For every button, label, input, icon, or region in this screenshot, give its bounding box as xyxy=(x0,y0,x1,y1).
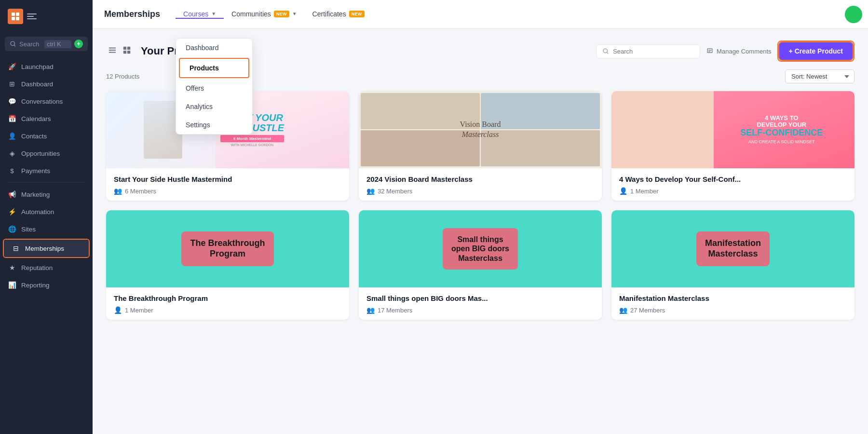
sort-select[interactable]: Sort: Newest Sort: Oldest Sort: Alphabet… xyxy=(785,69,854,83)
svg-rect-10 xyxy=(123,51,126,54)
sidebar-item-label: Opportunities xyxy=(21,150,60,157)
card-title-1: 2024 Vision Board Masterclass xyxy=(366,175,594,183)
calendar-icon: 📅 xyxy=(8,114,16,123)
chat-icon: 💬 xyxy=(8,97,16,106)
courses-tab-wrapper: Courses ▼ Dashboard Products Offers Anal… xyxy=(176,10,224,19)
dropdown-item-offers[interactable]: Offers xyxy=(176,79,252,97)
sidebar-item-label: Marketing xyxy=(21,191,50,198)
sidebar-item-memberships-wrapper: ⊟ Memberships xyxy=(3,239,90,258)
logo-icon xyxy=(8,9,23,24)
sidebar-item-payments[interactable]: $ Payments xyxy=(0,162,93,179)
search-placeholder: Search xyxy=(19,41,41,48)
members-icon-3: 👤 xyxy=(114,306,122,314)
card-image-4: Small thingsopen BIG doorsMasterclass xyxy=(359,210,602,287)
sidebar-item-label: Calendars xyxy=(21,115,51,122)
sidebar-divider xyxy=(8,182,85,183)
reputation-icon: ★ xyxy=(8,263,16,272)
product-card-5[interactable]: ManifestationMasterclass Manifestation M… xyxy=(611,210,854,320)
tab-certificates[interactable]: Certificates New xyxy=(305,0,372,28)
product-card-3[interactable]: The BreakthroughProgram The Breakthrough… xyxy=(106,210,349,320)
chevron-down-icon: ▼ xyxy=(211,11,216,16)
create-product-button[interactable]: + Create Product xyxy=(779,42,853,60)
search-input[interactable] xyxy=(613,48,694,55)
svg-rect-6 xyxy=(109,50,116,51)
sidebar-item-dashboard[interactable]: ⊞ Dashboard xyxy=(0,75,93,93)
card-members-0: 👥 6 Members xyxy=(114,187,341,195)
svg-rect-1 xyxy=(16,13,19,16)
sidebar-item-memberships[interactable]: ⊟ Memberships xyxy=(4,240,89,257)
card-members-3: 👤 1 Member xyxy=(114,306,341,314)
sidebar-item-label: Contacts xyxy=(21,133,47,140)
svg-rect-8 xyxy=(123,47,126,50)
product-card-1[interactable]: Vision BoardMasterclass 2024 Vision Boar… xyxy=(359,91,602,201)
dropdown-item-products[interactable]: Products xyxy=(180,59,248,77)
main-area: Memberships Courses ▼ Dashboard Products… xyxy=(93,0,868,434)
sidebar-item-label: Payments xyxy=(21,167,50,175)
members-icon-1: 👥 xyxy=(366,187,375,195)
reporting-icon: 📊 xyxy=(8,281,16,289)
sidebar-item-conversations[interactable]: 💬 Conversations xyxy=(0,93,93,110)
sidebar-item-reputation[interactable]: ★ Reputation xyxy=(0,259,93,276)
avatar[interactable] xyxy=(845,6,862,23)
sidebar-item-launchpad[interactable]: 🚀 Launchpad xyxy=(0,58,93,75)
card-body-5: Manifestation Masterclass 👥 27 Members xyxy=(611,287,854,320)
tab-courses[interactable]: Courses ▼ xyxy=(176,10,224,19)
card-image-3: The BreakthroughProgram xyxy=(106,210,349,287)
members-count-5: 27 Members xyxy=(630,307,665,314)
svg-rect-5 xyxy=(109,48,116,49)
sidebar-item-calendars[interactable]: 📅 Calendars xyxy=(0,110,93,127)
automation-icon: ⚡ xyxy=(8,207,16,216)
card-image-2: 4 WAYS TODEVELOP YOURSELF-CONFIDENCEAnd … xyxy=(611,91,854,168)
page-title: Memberships xyxy=(104,9,160,19)
sidebar-item-label: Launchpad xyxy=(21,63,54,70)
svg-rect-2 xyxy=(12,17,15,20)
members-count-1: 32 Members xyxy=(378,188,412,195)
card-image-5: ManifestationMasterclass xyxy=(611,210,854,287)
search-add-icon[interactable]: + xyxy=(74,40,83,48)
card-body-4: Small things open BIG doors Mas... 👥 17 … xyxy=(359,287,602,320)
members-count-0: 6 Members xyxy=(125,188,156,195)
search-products[interactable] xyxy=(596,44,700,58)
dropdown-item-analytics[interactable]: Analytics xyxy=(176,97,252,116)
grid-view-icon[interactable] xyxy=(121,44,133,58)
memberships-icon: ⊟ xyxy=(12,244,20,253)
sidebar-item-label: Reputation xyxy=(21,264,53,271)
dropdown-products-border: Products xyxy=(179,58,249,78)
dropdown-item-dashboard[interactable]: Dashboard xyxy=(176,39,252,57)
sidebar-item-label: Conversations xyxy=(21,98,63,105)
members-icon-4: 👥 xyxy=(366,306,375,314)
product-card-4[interactable]: Small thingsopen BIG doorsMasterclass Sm… xyxy=(359,210,602,320)
sidebar-item-marketing[interactable]: 📢 Marketing xyxy=(0,186,93,203)
certificates-badge: New xyxy=(349,11,365,17)
contacts-icon: 👤 xyxy=(8,132,16,140)
card-image-1: Vision BoardMasterclass xyxy=(359,91,602,168)
card-title-0: Start Your Side Hustle Mastermind xyxy=(114,175,341,183)
product-card-2[interactable]: 4 WAYS TODEVELOP YOURSELF-CONFIDENCEAnd … xyxy=(611,91,854,201)
sidebar: Search ctrl K + 🚀 Launchpad ⊞ Dashboard … xyxy=(0,0,93,434)
card-body-0: Start Your Side Hustle Mastermind 👥 6 Me… xyxy=(106,168,349,201)
sidebar-item-contacts[interactable]: 👤 Contacts xyxy=(0,127,93,145)
logo-area xyxy=(0,0,93,33)
sidebar-item-automation[interactable]: ⚡ Automation xyxy=(0,203,93,220)
top-nav: Memberships Courses ▼ Dashboard Products… xyxy=(93,0,868,29)
search-shortcut: ctrl K xyxy=(44,40,71,48)
create-button-wrapper: + Create Product xyxy=(777,41,854,62)
sidebar-item-opportunities[interactable]: ◈ Opportunities xyxy=(0,145,93,162)
communities-badge: NEW xyxy=(274,11,289,17)
products-count: 12 Products xyxy=(106,73,139,80)
svg-rect-7 xyxy=(109,52,116,53)
top-nav-tabs: Courses ▼ Dashboard Products Offers Anal… xyxy=(176,0,372,28)
svg-rect-3 xyxy=(16,17,19,20)
svg-rect-9 xyxy=(127,47,130,50)
dropdown-item-settings[interactable]: Settings xyxy=(176,116,252,134)
members-count-4: 17 Members xyxy=(378,307,412,314)
list-view-icon[interactable] xyxy=(106,44,119,58)
manage-comments-button[interactable]: Manage Comments xyxy=(706,47,771,55)
sidebar-item-sites[interactable]: 🌐 Sites xyxy=(0,220,93,238)
members-count-2: 1 Member xyxy=(630,188,659,195)
tab-communities[interactable]: Communities NEW ▼ xyxy=(224,0,305,28)
search-bar[interactable]: Search ctrl K + xyxy=(5,37,88,51)
sidebar-item-label: Reporting xyxy=(21,282,50,289)
sidebar-item-reporting[interactable]: 📊 Reporting xyxy=(0,276,93,294)
sidebar-item-label: Automation xyxy=(21,208,54,216)
